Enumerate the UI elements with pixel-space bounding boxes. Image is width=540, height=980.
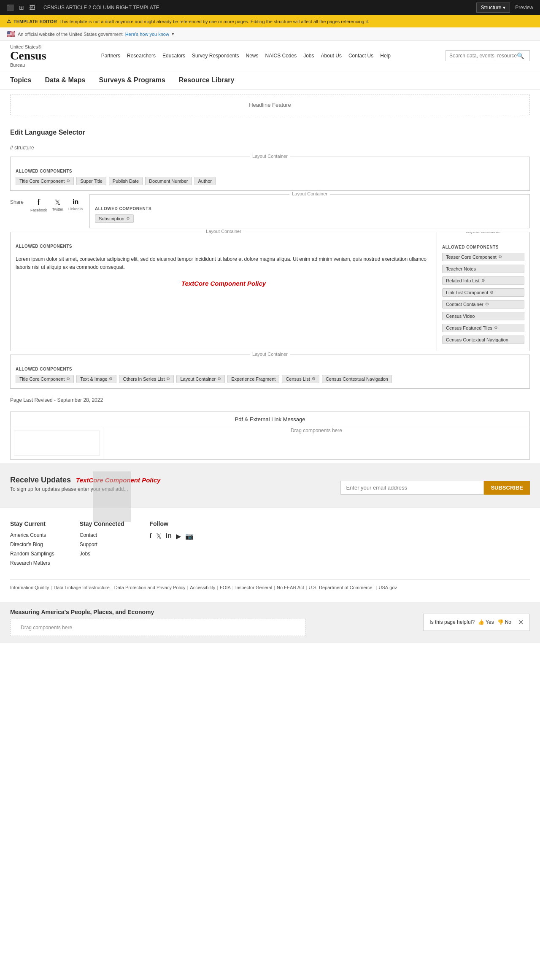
no-label: No <box>505 619 511 625</box>
footer-research-matters[interactable]: Research Matters <box>10 560 54 566</box>
helpful-buttons: 👍 Yes 👎 No <box>478 619 511 625</box>
footer-link-data-linkage[interactable]: Data Linkage Infrastructure <box>54 585 110 590</box>
linklist-config-icon: ⚙ <box>490 290 494 295</box>
nav-resource[interactable]: Resource Library <box>179 71 235 89</box>
footer-america-counts[interactable]: America Counts <box>10 532 54 538</box>
footer-link-foia[interactable]: FOIA <box>220 585 231 590</box>
left-allowed-label: ALLOWED COMPONENTS <box>16 244 432 249</box>
footer-stay-connected: Stay Connected Contact Support Jobs <box>80 520 124 569</box>
nav-link-educators[interactable]: Educators <box>162 53 185 59</box>
footer-jobs[interactable]: Jobs <box>80 551 124 557</box>
comp-document-number[interactable]: Document Number <box>145 177 192 185</box>
preview-button[interactable]: Preview <box>515 5 533 11</box>
social-youtube-icon[interactable]: ▶ <box>176 532 181 540</box>
image-icon[interactable]: 🖼 <box>29 4 35 11</box>
footer-cols: Stay Current America Counts Director's B… <box>10 520 530 569</box>
comp-census-contextual-bottom[interactable]: Census Contextual Navigation <box>322 375 392 383</box>
pdf-drag-text: Drag components here <box>286 422 347 439</box>
helpful-yes-button[interactable]: 👍 Yes <box>478 619 494 625</box>
warning-prefix: TEMPLATE EDITOR <box>14 19 57 24</box>
twitter-share[interactable]: 𝕏 Twitter <box>52 198 64 211</box>
footer-follow-heading: Follow <box>150 520 194 527</box>
comp-teaser-core[interactable]: Teaser Core Component ⚙ <box>442 253 524 261</box>
grid-icon[interactable]: ⊞ <box>19 4 24 11</box>
logo-bureau: Bureau <box>10 62 46 68</box>
nav-link-contact[interactable]: Contact Us <box>348 53 373 59</box>
search-input[interactable] <box>449 53 517 59</box>
subscribe-button[interactable]: SUBSCRIBE <box>484 481 530 495</box>
footer-link-accessibility[interactable]: Accessibility <box>190 585 215 590</box>
nav-link-naics[interactable]: NAICS Codes <box>265 53 297 59</box>
social-facebook-icon[interactable]: f <box>150 532 152 540</box>
top-bar-right: Structure ▾ Preview <box>476 3 533 13</box>
monitor-icon[interactable]: ⬛ <box>7 4 14 11</box>
comp-census-contextual-right[interactable]: Census Contextual Navigation <box>442 336 524 344</box>
search-icon: 🔍 <box>517 52 524 59</box>
featured-config-icon: ⚙ <box>494 325 498 330</box>
email-input[interactable] <box>340 481 484 495</box>
comp-author[interactable]: Author <box>194 177 216 185</box>
twitter-label: Twitter <box>52 207 64 211</box>
footer-link-commerce[interactable]: U.S. Department of Commerce <box>309 585 373 590</box>
structure-button[interactable]: Structure ▾ <box>476 3 510 13</box>
nav-link-researchers[interactable]: Researchers <box>127 53 156 59</box>
footer-link-privacy[interactable]: Data Protection and Privacy Policy <box>114 585 186 590</box>
comp-bottom-title-core[interactable]: Title Core Component ⚙ <box>16 375 74 383</box>
helpful-no-button[interactable]: 👎 No <box>497 619 511 625</box>
nav-surveys[interactable]: Surveys & Programs <box>99 71 165 89</box>
comp-census-video[interactable]: Census Video <box>442 312 524 320</box>
comp-bottom-layout[interactable]: Layout Container ⚙ <box>176 375 225 383</box>
nav-link-help[interactable]: Help <box>380 53 391 59</box>
comp-text-image[interactable]: Text & Image ⚙ <box>76 375 116 383</box>
linkedin-share[interactable]: in LinkedIn <box>68 198 83 211</box>
config-icon: ⚙ <box>66 179 70 183</box>
nav-link-about[interactable]: About Us <box>321 53 342 59</box>
share-label: Share <box>10 198 24 205</box>
footer-contact[interactable]: Contact <box>80 532 124 538</box>
comp-link-list[interactable]: Link List Component ⚙ <box>442 288 524 297</box>
thumbs-up-icon: 👍 <box>478 619 484 625</box>
comp-census-list[interactable]: Census List ⚙ <box>282 375 319 383</box>
bottom-title: Measuring America's People, Places, and … <box>10 609 305 615</box>
nav-link-jobs[interactable]: Jobs <box>303 53 314 59</box>
footer-support[interactable]: Support <box>80 541 124 547</box>
comp-experience-fragment[interactable]: Experience Fragment <box>227 375 279 383</box>
close-helpful-button[interactable]: ✕ <box>518 618 524 626</box>
comp-census-featured[interactable]: Census Featured Tiles ⚙ <box>442 324 524 332</box>
warning-icon: ⚠ <box>7 19 11 24</box>
nav-link-news[interactable]: News <box>246 53 258 59</box>
footer-link-usa-gov[interactable]: USA.gov <box>378 585 397 590</box>
social-twitter-icon[interactable]: 𝕏 <box>156 532 162 540</box>
right-col: Layout Container ALLOWED COMPONENTS Teas… <box>437 232 530 351</box>
top-components-list: Title Core Component ⚙ Super Title Publi… <box>16 177 524 185</box>
footer-random-samplings[interactable]: Random Samplings <box>10 551 54 557</box>
social-linkedin-icon[interactable]: in <box>166 532 172 540</box>
comp-super-title[interactable]: Super Title <box>76 177 106 185</box>
nav-topics[interactable]: Topics <box>10 71 31 89</box>
logo-area[interactable]: United States® Census Bureau <box>10 44 46 68</box>
footer-link-info-quality[interactable]: Information Quality <box>10 585 49 590</box>
edit-language-selector: Edit Language Selector <box>0 120 540 141</box>
social-instagram-icon[interactable]: 📷 <box>185 532 194 540</box>
comp-subscription[interactable]: Subscription ⚙ <box>95 214 134 223</box>
how-you-know-link[interactable]: Here's how you know <box>125 32 169 37</box>
comp-contact-container[interactable]: Contact Container ⚙ <box>442 300 524 309</box>
footer-link-no-fear[interactable]: No FEAR Act <box>277 585 304 590</box>
search-bar[interactable]: 🔍 <box>446 50 530 61</box>
footer-directors-blog[interactable]: Director's Blog <box>10 541 54 547</box>
yes-label: Yes <box>486 619 494 625</box>
comp-publish-date[interactable]: Publish Date <box>109 177 143 185</box>
comp-related-info[interactable]: Related Info List ⚙ <box>442 276 524 285</box>
nav-link-survey[interactable]: Survey Respondents <box>192 53 239 59</box>
comp-teacher-notes[interactable]: Teacher Notes <box>442 265 524 273</box>
bottom-layout-title: Layout Container <box>250 352 290 357</box>
comp-title-core[interactable]: Title Core Component ⚙ <box>16 177 74 185</box>
footer-link-inspector[interactable]: Inspector General <box>235 585 272 590</box>
comp-others-series[interactable]: Others in Series List ⚙ <box>119 375 174 383</box>
footer-stay-current-heading: Stay Current <box>10 520 54 527</box>
subscription-components: Subscription ⚙ <box>95 214 524 223</box>
nav-link-partners[interactable]: Partners <box>101 53 120 59</box>
subscription-allowed-label: ALLOWED COMPONENTS <box>95 206 524 211</box>
facebook-share[interactable]: f Facebook <box>30 198 47 212</box>
nav-data-maps[interactable]: Data & Maps <box>45 71 85 89</box>
